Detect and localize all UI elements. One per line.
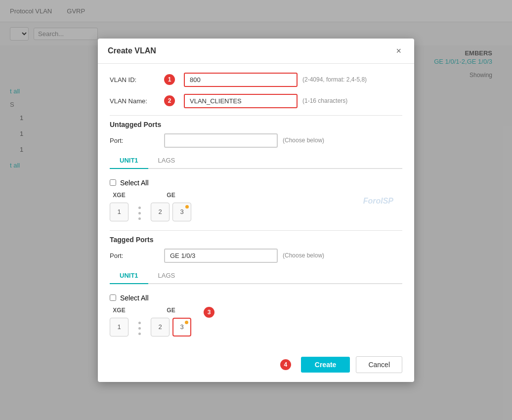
vlan-id-hint: (2-4094, format: 2,4-5,8) bbox=[302, 76, 367, 83]
untagged-ge-group: GE 2 3 bbox=[151, 192, 191, 221]
untagged-port-row: Port: (Choose below) bbox=[110, 133, 402, 148]
tagged-ge-group: GE 2 3 bbox=[151, 307, 191, 336]
tagged-select-all-row: Select All bbox=[110, 294, 402, 302]
dialog-header: Create VLAN × bbox=[98, 39, 414, 64]
untagged-port-ge-3[interactable]: 3 bbox=[172, 203, 191, 221]
step-badge-4: 4 bbox=[280, 359, 291, 370]
tagged-xge-group: XGE 1 bbox=[110, 307, 128, 336]
untagged-port-selector: Select All XGE 1 bbox=[110, 175, 402, 225]
tagged-select-all-label: Select All bbox=[120, 294, 149, 302]
step-badge-2: 2 bbox=[164, 95, 175, 106]
vlan-id-label: VLAN ID: bbox=[110, 76, 164, 84]
tab-lags-tagged[interactable]: LAGS bbox=[148, 268, 185, 284]
modal-overlay: Create VLAN × VLAN ID: 1 (2-4094, format… bbox=[0, 0, 512, 420]
dialog-footer: 4 Create Cancel bbox=[98, 349, 414, 382]
connector-dot bbox=[138, 207, 141, 209]
connector-dot bbox=[138, 333, 141, 335]
watermark-text: ForoISP bbox=[363, 197, 393, 206]
create-button[interactable]: Create bbox=[301, 357, 350, 373]
close-button[interactable]: × bbox=[393, 45, 404, 56]
cancel-button[interactable]: Cancel bbox=[356, 356, 402, 373]
untagged-port-xge-1[interactable]: 1 bbox=[110, 203, 128, 221]
step-badge-3: 3 bbox=[204, 307, 214, 318]
create-vlan-dialog: Create VLAN × VLAN ID: 1 (2-4094, format… bbox=[98, 39, 414, 382]
untagged-xge-group: XGE 1 bbox=[110, 192, 128, 221]
xge-label-untagged: XGE bbox=[113, 192, 125, 199]
vlan-name-input[interactable] bbox=[184, 94, 298, 108]
untagged-port-hint: (Choose below) bbox=[283, 137, 324, 144]
untagged-select-all-row: Select All bbox=[110, 179, 402, 187]
untagged-select-all-label: Select All bbox=[120, 179, 149, 187]
vlan-id-input[interactable] bbox=[184, 73, 298, 87]
tagged-ge-ports: 2 3 bbox=[151, 318, 191, 336]
untagged-port-grid: XGE 1 GE bbox=[110, 192, 402, 221]
untagged-xge-ports: 1 bbox=[110, 203, 128, 221]
port-connector bbox=[138, 192, 141, 220]
connector-dot bbox=[138, 212, 141, 214]
untagged-select-all-checkbox[interactable] bbox=[110, 179, 116, 186]
ge-label-untagged: GE bbox=[167, 192, 175, 199]
vlan-name-row: VLAN Name: 2 (1-16 characters) bbox=[110, 94, 402, 108]
vlan-name-input-wrap: 2 (1-16 characters) bbox=[164, 94, 402, 108]
vlan-id-row: VLAN ID: 1 (2-4094, format: 2,4-5,8) bbox=[110, 73, 402, 87]
ge-label-tagged: GE bbox=[167, 307, 175, 314]
untagged-ports-title: Untagged Ports bbox=[110, 121, 402, 128]
vlan-name-label: VLAN Name: bbox=[110, 97, 164, 105]
connector-dot bbox=[138, 327, 141, 330]
divider-1 bbox=[110, 115, 402, 116]
tagged-port-ge-3[interactable]: 3 bbox=[172, 318, 191, 336]
connector-dot bbox=[138, 322, 141, 324]
connector-dot bbox=[138, 217, 141, 220]
untagged-ge-ports: 2 3 bbox=[151, 203, 191, 221]
tagged-select-all-checkbox[interactable] bbox=[110, 294, 116, 301]
untagged-tabs: UNIT1 LAGS bbox=[110, 153, 402, 169]
step-badge-3-wrap: 3 bbox=[204, 307, 218, 320]
port-active-indicator bbox=[185, 205, 189, 209]
tagged-port-grid: XGE 1 GE bbox=[110, 307, 402, 336]
port-label-tagged: Port: bbox=[110, 252, 164, 259]
untagged-port-input[interactable] bbox=[164, 133, 278, 148]
tagged-port-xge-1[interactable]: 1 bbox=[110, 318, 128, 336]
divider-2 bbox=[110, 230, 402, 231]
tab-unit1-untagged[interactable]: UNIT1 bbox=[110, 153, 148, 169]
step-badge-1: 1 bbox=[164, 74, 175, 85]
tagged-port-row: Port: (Choose below) bbox=[110, 249, 402, 263]
tagged-port-hint: (Choose below) bbox=[283, 252, 324, 259]
dialog-body: VLAN ID: 1 (2-4094, format: 2,4-5,8) VLA… bbox=[98, 64, 414, 349]
untagged-port-ge-2[interactable]: 2 bbox=[151, 203, 170, 221]
port-active-indicator-tagged bbox=[185, 321, 188, 324]
tagged-ports-title: Tagged Ports bbox=[110, 236, 402, 244]
port-label-untagged: Port: bbox=[110, 137, 164, 144]
tagged-port-ge-2[interactable]: 2 bbox=[151, 318, 170, 336]
dialog-title: Create VLAN bbox=[108, 46, 156, 55]
vlan-id-input-wrap: 1 (2-4094, format: 2,4-5,8) bbox=[164, 73, 402, 87]
tagged-xge-ports: 1 bbox=[110, 318, 128, 336]
tab-lags-untagged[interactable]: LAGS bbox=[148, 153, 185, 169]
tagged-port-selector: Select All XGE 1 bbox=[110, 290, 402, 340]
tab-unit1-tagged[interactable]: UNIT1 bbox=[110, 268, 148, 284]
vlan-name-hint: (1-16 characters) bbox=[302, 97, 347, 104]
tagged-port-input[interactable] bbox=[164, 249, 278, 263]
port-connector-tagged bbox=[138, 307, 141, 335]
tagged-tabs: UNIT1 LAGS bbox=[110, 268, 402, 284]
xge-label-tagged: XGE bbox=[113, 307, 125, 314]
